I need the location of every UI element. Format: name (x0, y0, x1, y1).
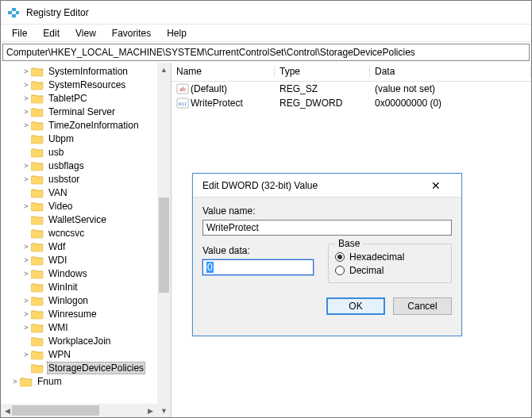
ok-button[interactable]: OK (326, 297, 385, 315)
tree-item[interactable]: >Fnum (2, 374, 171, 388)
address-bar[interactable]: Computer\HKEY_LOCAL_MACHINE\SYSTEM\Curre… (2, 44, 530, 61)
valuename-text: WriteProtect (206, 222, 259, 233)
tree-item-label: wcncsvc (47, 228, 86, 239)
tree-item[interactable]: >SystemResources (2, 78, 171, 91)
folder-icon (31, 93, 44, 104)
registry-tree[interactable]: >SystemInformation>SystemResources>Table… (1, 64, 171, 388)
dialog-titlebar[interactable]: Edit DWORD (32-bit) Value ✕ (193, 174, 461, 197)
column-header-data[interactable]: Data (370, 63, 531, 81)
value-data: 0x00000000 (0) (372, 98, 530, 109)
svg-text:ab: ab (179, 86, 186, 93)
expander-icon[interactable]: > (21, 175, 31, 183)
values-list[interactable]: ab(Default)REG_SZ(value not set)011Write… (172, 82, 531, 110)
close-icon: ✕ (431, 179, 441, 192)
expander-icon[interactable]: > (21, 162, 31, 170)
tree-item[interactable]: WinInit (2, 280, 171, 293)
value-row[interactable]: 011WriteProtectREG_DWORD0x00000000 (0) (172, 96, 531, 110)
expander-icon[interactable]: > (21, 67, 31, 75)
tree-item[interactable]: wcncsvc (2, 226, 171, 240)
expander-icon[interactable]: > (21, 243, 31, 251)
radio-icon (335, 252, 345, 262)
folder-icon (31, 336, 44, 347)
menu-edit[interactable]: Edit (35, 26, 67, 40)
expander-icon[interactable]: > (21, 108, 31, 116)
tree-item[interactable]: >TimeZoneInformation (2, 118, 171, 132)
tree-item[interactable]: StorageDevicePolicies (2, 361, 171, 374)
value-type-icon: 011 (176, 97, 189, 109)
tree-item[interactable]: >WPN (2, 347, 171, 361)
value-name: WriteProtect (191, 98, 243, 109)
tree-item[interactable]: >usbstor (2, 172, 171, 186)
svg-rect-3 (16, 11, 19, 14)
menu-favorites[interactable]: Favorites (104, 26, 159, 40)
folder-icon (31, 214, 44, 225)
tree-item[interactable]: >Terminal Server (2, 105, 171, 118)
dialog-close-button[interactable]: ✕ (420, 179, 452, 192)
tree-item[interactable]: >WMI (2, 320, 171, 334)
folder-icon (31, 66, 44, 77)
folder-icon (31, 255, 44, 266)
folder-icon (31, 187, 44, 198)
tree-item[interactable]: Ubpm (2, 132, 171, 145)
valuedata-input[interactable]: 0 (202, 259, 314, 275)
expander-icon[interactable]: > (21, 202, 31, 210)
valuename-input[interactable]: WriteProtect (202, 220, 452, 236)
menu-view[interactable]: View (67, 26, 104, 40)
value-row[interactable]: ab(Default)REG_SZ(value not set) (172, 82, 531, 96)
tree-item[interactable]: WalletService (2, 213, 171, 226)
tree-item-label: WPN (47, 349, 72, 360)
expander-icon[interactable]: > (21, 121, 31, 129)
tree-item[interactable]: VAN (2, 186, 171, 199)
tree-scrollbar-vertical[interactable]: ▲ ▼ (157, 63, 171, 417)
window-title: Registry Editor (26, 7, 89, 18)
tree-item-label: usbflags (47, 160, 86, 171)
expander-icon[interactable]: > (10, 378, 20, 385)
expander-icon[interactable]: > (21, 297, 31, 305)
radio-hexadecimal[interactable]: Hexadecimal (335, 251, 445, 263)
folder-icon (31, 241, 44, 252)
tree-item[interactable]: >Video (2, 199, 171, 213)
tree-item[interactable]: >Winresume (2, 307, 171, 320)
folder-icon (31, 228, 44, 239)
tree-item-label: WinInit (47, 282, 79, 293)
expander-icon[interactable]: > (21, 94, 31, 102)
expander-icon[interactable]: > (21, 256, 31, 264)
edit-dword-dialog: Edit DWORD (32-bit) Value ✕ Value name: … (192, 173, 462, 336)
scrollbar-arrow-up-icon[interactable]: ▲ (157, 63, 171, 76)
tree-item[interactable]: >TabletPC (2, 91, 171, 105)
tree-item[interactable]: usb (2, 145, 171, 159)
folder-icon (31, 160, 44, 171)
column-header-type[interactable]: Type (275, 63, 370, 81)
tree-item[interactable]: >WDI (2, 253, 171, 267)
tree-item-label: Ubpm (47, 133, 75, 144)
cancel-button[interactable]: Cancel (393, 297, 452, 315)
tree-item-label: WDI (47, 255, 68, 266)
tree-item[interactable]: >SystemInformation (2, 64, 171, 78)
tree-scrollbar-horizontal[interactable]: ◀ ▶ (1, 404, 157, 417)
scrollbar-thumb[interactable] (159, 197, 169, 293)
tree-item[interactable]: >Wdf (2, 240, 171, 253)
expander-icon[interactable]: > (21, 270, 31, 278)
tree-item-label: WMI (47, 322, 70, 333)
tree-item[interactable]: >Winlogon (2, 293, 171, 307)
radio-decimal[interactable]: Decimal (335, 265, 445, 276)
folder-icon (31, 133, 44, 144)
value-type-icon: ab (176, 82, 189, 95)
scrollbar-arrow-right-icon[interactable]: ▶ (144, 404, 157, 417)
expander-icon[interactable]: > (21, 351, 31, 359)
menu-help[interactable]: Help (159, 26, 195, 40)
column-header-name[interactable]: Name (172, 63, 275, 81)
tree-item-label: Winlogon (47, 295, 90, 306)
menu-file[interactable]: File (4, 26, 35, 40)
tree-item[interactable]: WorkplaceJoin (2, 334, 171, 347)
svg-rect-2 (12, 14, 16, 17)
expander-icon[interactable]: > (21, 324, 31, 332)
value-data: (value not set) (372, 83, 530, 94)
scrollbar-arrow-down-icon[interactable]: ▼ (157, 404, 171, 417)
scrollbar-thumb-h[interactable] (12, 405, 99, 416)
expander-icon[interactable]: > (21, 81, 31, 89)
tree-item-label: WorkplaceJoin (47, 336, 112, 347)
tree-item[interactable]: >Windows (2, 267, 171, 280)
expander-icon[interactable]: > (21, 310, 31, 318)
tree-item[interactable]: >usbflags (2, 159, 171, 172)
